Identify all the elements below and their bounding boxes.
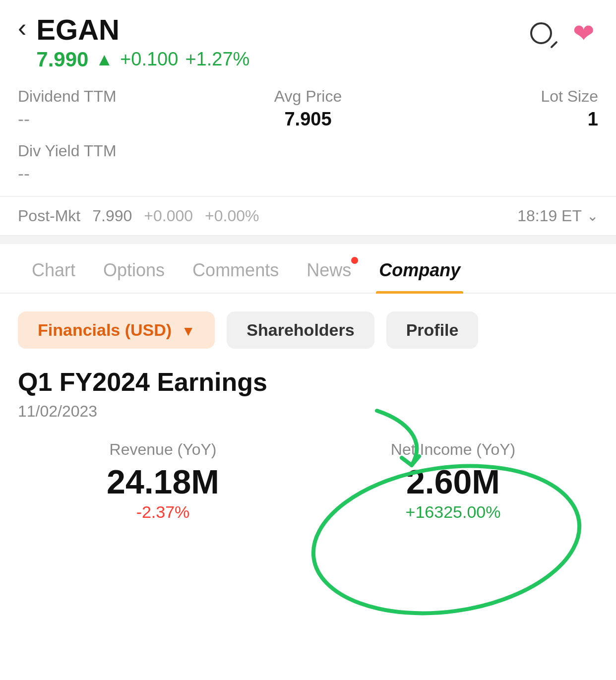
post-mkt-pct: +0.00%: [205, 207, 259, 225]
lot-size-label: Lot Size: [405, 87, 598, 106]
price-arrow-icon: ▲: [95, 49, 113, 70]
search-icon: [530, 22, 552, 44]
revenue-value: 24.18M: [18, 465, 308, 498]
tab-navigation: Chart Options Comments News Company: [0, 248, 616, 294]
stock-price-row: 7.990 ▲ +0.100 +1.27%: [36, 48, 249, 71]
post-mkt-label: Post-Mkt: [18, 207, 80, 225]
net-income-metric: Net Income (YoY) 2.60M +16325.00%: [308, 440, 598, 522]
profile-button[interactable]: Profile: [386, 311, 479, 349]
post-mkt-time[interactable]: 18:19 ET ⌄: [517, 207, 598, 225]
header-left: ‹ EGAN 7.990 ▲ +0.100 +1.27%: [18, 14, 249, 71]
search-button[interactable]: [527, 19, 555, 48]
earnings-date: 11/02/2023: [18, 402, 598, 421]
header: ‹ EGAN 7.990 ▲ +0.100 +1.27% ❤: [0, 0, 616, 71]
avg-price-col: Avg Price 7.905: [211, 87, 405, 142]
stock-ticker: EGAN: [36, 14, 249, 46]
tab-comments[interactable]: Comments: [179, 248, 293, 293]
section-separator: [0, 236, 616, 244]
shareholders-button[interactable]: Shareholders: [227, 311, 374, 349]
dropdown-arrow-icon: ▼: [182, 323, 195, 339]
post-mkt-bar: Post-Mkt 7.990 +0.000 +0.00% 18:19 ET ⌄: [0, 196, 616, 236]
net-income-label: Net Income (YoY): [308, 440, 598, 459]
tab-news[interactable]: News: [293, 248, 365, 293]
stock-info-grid: Dividend TTM -- Avg Price 7.905 Lot Size…: [0, 71, 616, 142]
stock-title-block: EGAN 7.990 ▲ +0.100 +1.27%: [36, 14, 249, 71]
revenue-label: Revenue (YoY): [18, 440, 308, 459]
financials-button[interactable]: Financials (USD) ▼: [18, 311, 215, 349]
revenue-change: -2.37%: [18, 502, 308, 522]
revenue-metric: Revenue (YoY) 24.18M -2.37%: [18, 440, 308, 522]
div-yield-row: Div Yield TTM --: [0, 142, 616, 196]
heart-icon: ❤: [573, 18, 595, 48]
back-button[interactable]: ‹: [18, 15, 26, 41]
chevron-down-icon: ⌄: [587, 208, 598, 224]
earnings-section: Q1 FY2024 Earnings 11/02/2023: [0, 359, 616, 421]
avg-price-value: 7.905: [211, 109, 405, 130]
post-mkt-price: 7.990: [92, 207, 132, 225]
div-yield-value: --: [18, 163, 598, 184]
lot-size-col: Lot Size 1: [405, 87, 598, 142]
dividend-ttm-value: --: [18, 109, 211, 129]
net-income-value: 2.60M: [308, 465, 598, 498]
dividend-ttm-label: Dividend TTM: [18, 87, 211, 106]
net-income-change: +16325.00%: [308, 502, 598, 522]
earnings-title: Q1 FY2024 Earnings: [18, 367, 598, 397]
dividend-ttm-col: Dividend TTM --: [18, 87, 211, 142]
lot-size-value: 1: [405, 109, 598, 130]
metrics-row: Revenue (YoY) 24.18M -2.37% Net Income (…: [0, 440, 616, 522]
favorite-button[interactable]: ❤: [569, 19, 598, 48]
tab-chart[interactable]: Chart: [18, 248, 89, 293]
sub-button-group: Financials (USD) ▼ Shareholders Profile: [0, 294, 616, 359]
stock-price: 7.990: [36, 48, 88, 71]
avg-price-label: Avg Price: [211, 87, 405, 106]
header-right: ❤: [527, 19, 598, 48]
tab-company[interactable]: Company: [365, 248, 474, 293]
price-pct: +1.27%: [185, 49, 249, 70]
post-mkt-change: +0.000: [144, 207, 193, 225]
div-yield-label: Div Yield TTM: [18, 142, 598, 160]
tab-options[interactable]: Options: [89, 248, 179, 293]
price-change: +0.100: [120, 49, 178, 70]
